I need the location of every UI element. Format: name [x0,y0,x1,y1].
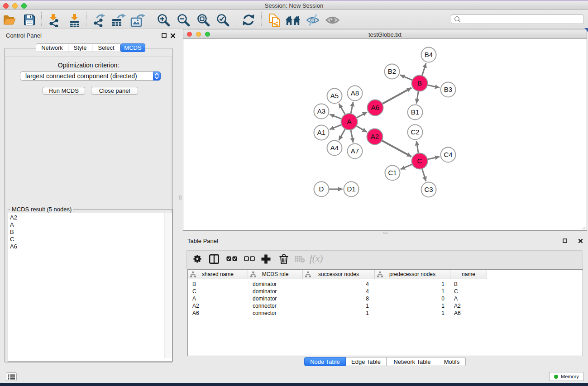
svg-text:A1: A1 [317,129,325,136]
svg-text:C1: C1 [388,169,397,176]
svg-text:B: B [417,79,422,87]
svg-text:A8: A8 [351,89,359,97]
svg-text:D1: D1 [347,185,355,193]
svg-text:D: D [319,185,324,193]
svg-text:A2: A2 [371,133,379,140]
svg-text:A6: A6 [371,104,379,111]
svg-text:C2: C2 [411,128,419,136]
svg-text:C4: C4 [444,151,452,158]
svg-text:C: C [417,157,422,165]
svg-text:B1: B1 [411,108,419,116]
svg-text:A7: A7 [351,147,359,155]
svg-text:B4: B4 [425,51,433,58]
svg-text:A: A [347,118,351,125]
svg-text:B2: B2 [388,67,396,75]
svg-text:C3: C3 [424,186,433,193]
svg-text:A5: A5 [330,92,339,100]
svg-text:A3: A3 [317,107,325,115]
svg-text:B3: B3 [444,86,452,93]
svg-text:A4: A4 [330,144,339,152]
